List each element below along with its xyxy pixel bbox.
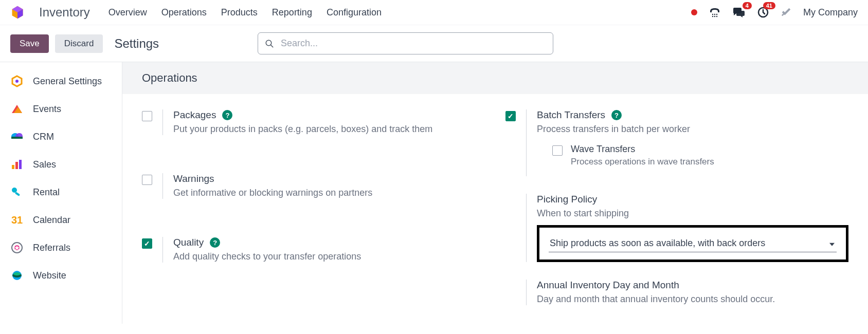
website-icon (10, 269, 24, 282)
tools-icon[interactable] (781, 7, 792, 18)
picking-policy-highlight: Ship products as soon as available, with… (537, 225, 848, 262)
svg-point-7 (714, 16, 715, 17)
svg-rect-18 (15, 162, 18, 169)
sidebar-item-label: Rental (33, 187, 60, 198)
activities-icon[interactable]: 41 (757, 6, 769, 18)
nav-operations[interactable]: Operations (161, 7, 207, 18)
body: General Settings Events CRM Sales Rental… (0, 62, 868, 324)
sidebar-item-label: CRM (33, 132, 54, 142)
picking-policy-select[interactable]: Ship products as soon as available, with… (549, 235, 837, 252)
svg-point-3 (712, 14, 713, 15)
status-dot-icon (691, 9, 697, 15)
sidebar-item-label: Referrals (33, 243, 70, 253)
app-title[interactable]: Inventory (39, 5, 90, 20)
nav-reporting[interactable]: Reporting (272, 7, 312, 18)
svg-rect-21 (15, 192, 20, 196)
app-logo-icon (10, 5, 25, 20)
gear-hex-icon (10, 75, 24, 88)
svg-point-4 (714, 14, 715, 15)
setting-packages: Packages ? Put your products in packs (e… (142, 109, 485, 135)
svg-point-27 (13, 272, 21, 275)
setting-warnings: Warnings Get informative or blocking war… (142, 173, 485, 199)
section-header: Operations (122, 62, 868, 94)
messages-badge: 4 (743, 2, 752, 9)
setting-desc: Day and month that annual inventory coun… (537, 294, 848, 305)
events-icon (10, 102, 24, 116)
company-name[interactable]: My Company (803, 7, 858, 18)
search-icon (265, 39, 274, 48)
help-icon[interactable]: ? (210, 237, 220, 248)
setting-desc: Add quality checks to your transfer oper… (173, 251, 485, 262)
sidebar-item-crm[interactable]: CRM (0, 123, 122, 151)
settings-sidebar: General Settings Events CRM Sales Rental… (0, 62, 122, 324)
sidebar-item-sales[interactable]: Sales (0, 151, 122, 178)
crm-icon (10, 130, 24, 143)
svg-point-5 (716, 14, 717, 15)
setting-annual-inventory: Annual Inventory Day and Month Day and m… (505, 280, 848, 305)
main-content: Operations Packages ? Put your products … (122, 62, 868, 324)
sidebar-item-events[interactable]: Events (0, 95, 122, 123)
top-nav: Inventory Overview Operations Products R… (0, 0, 868, 25)
sub-setting-wave: Wave Transfers Process operations in wav… (537, 144, 848, 167)
sales-icon (10, 158, 24, 171)
rental-icon (10, 185, 24, 199)
nav-products[interactable]: Products (221, 7, 258, 18)
sidebar-item-general-settings[interactable]: General Settings (0, 67, 122, 95)
sidebar-item-rental[interactable]: Rental (0, 178, 122, 206)
messages-icon[interactable]: 4 (732, 6, 746, 18)
settings-col-right: Batch Transfers ? Process transfers in b… (505, 109, 848, 305)
svg-line-11 (270, 45, 273, 47)
nav-overview[interactable]: Overview (109, 7, 147, 18)
sidebar-item-website[interactable]: Website (0, 262, 122, 289)
page-title: Settings (114, 36, 159, 51)
setting-desc: Process transfers in batch per worker (537, 124, 848, 135)
setting-title: Packages (173, 109, 216, 121)
save-button[interactable]: Save (10, 34, 49, 53)
setting-title: Quality (173, 237, 204, 248)
setting-batch-transfers: Batch Transfers ? Process transfers in b… (505, 109, 848, 176)
setting-picking-policy: Picking Policy When to start shipping Sh… (505, 194, 848, 262)
calendar-icon: 31 (10, 213, 24, 227)
sub-setting-desc: Process operations in wave transfers (571, 157, 714, 167)
sidebar-item-label: Events (33, 104, 61, 115)
help-icon[interactable]: ? (222, 110, 232, 120)
svg-point-20 (12, 188, 17, 193)
setting-desc: Put your products in packs (e.g. parcels… (173, 124, 485, 135)
help-icon[interactable]: ? (611, 110, 622, 120)
sidebar-item-calendar[interactable]: 31 Calendar (0, 206, 122, 234)
sidebar-item-label: Sales (33, 159, 56, 170)
svg-rect-19 (19, 160, 22, 169)
batch-checkbox[interactable] (505, 111, 516, 121)
header-icons: 4 41 My Company (691, 6, 858, 18)
setting-title: Annual Inventory Day and Month (537, 280, 679, 291)
sub-setting-title: Wave Transfers (571, 144, 714, 155)
svg-rect-17 (12, 165, 14, 169)
referrals-icon (10, 241, 24, 254)
discard-button[interactable]: Discard (55, 34, 103, 53)
wave-checkbox[interactable] (552, 145, 563, 156)
search-input[interactable] (258, 32, 553, 54)
phone-icon[interactable] (709, 6, 721, 18)
packages-checkbox[interactable] (142, 111, 152, 121)
svg-point-8 (716, 16, 717, 17)
setting-desc: When to start shipping (537, 208, 848, 219)
settings-col-left: Packages ? Put your products in packs (e… (142, 109, 485, 305)
sidebar-item-label: Calendar (33, 215, 70, 226)
nav-configuration[interactable]: Configuration (327, 7, 382, 18)
warnings-checkbox[interactable] (142, 175, 152, 185)
svg-point-13 (15, 80, 19, 83)
setting-title: Batch Transfers (537, 109, 605, 121)
setting-desc: Get informative or blocking warnings on … (173, 188, 485, 198)
setting-title: Picking Policy (537, 194, 597, 205)
action-bar: Save Discard Settings (0, 25, 868, 62)
setting-quality: Quality ? Add quality checks to your tra… (142, 237, 485, 263)
sidebar-item-label: Website (33, 270, 66, 281)
quality-checkbox[interactable] (142, 238, 152, 249)
search-wrap (258, 32, 553, 54)
svg-point-6 (712, 16, 713, 17)
sidebar-item-referrals[interactable]: Referrals (0, 234, 122, 262)
svg-rect-16 (11, 137, 23, 139)
setting-title: Warnings (173, 173, 214, 184)
sidebar-item-label: General Settings (33, 76, 102, 87)
activities-badge: 41 (763, 2, 775, 9)
